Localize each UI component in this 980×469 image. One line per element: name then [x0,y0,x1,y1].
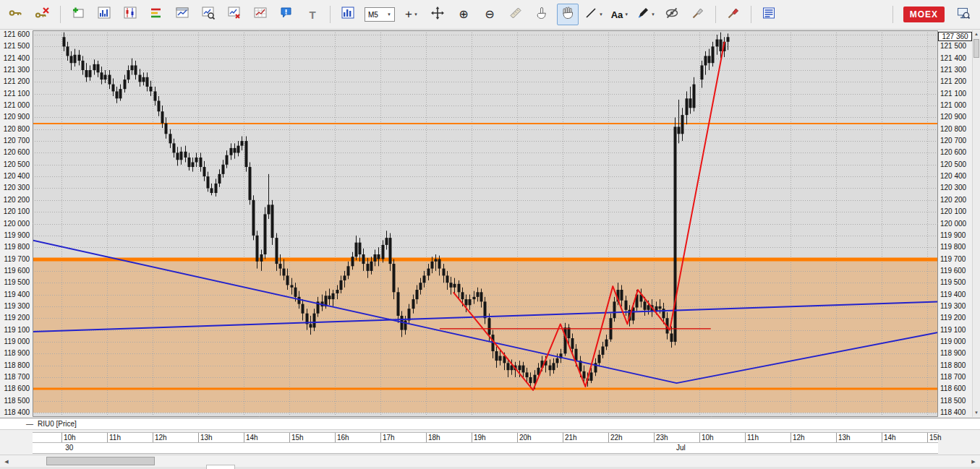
crosshair-button[interactable]: + ▼ [401,4,422,25]
zoom-out-button[interactable]: ⊖ [479,4,500,25]
zoom-in-icon: ⊕ [459,9,468,20]
colored-rows-icon [150,7,163,22]
ruler-button[interactable] [505,4,527,25]
indicator-icon [341,7,354,22]
zoom-in-button[interactable]: ⊕ [453,4,474,25]
time-tick-label: 14h [246,434,258,442]
price-tick-label: 120 400 [940,172,972,181]
disconnect-button[interactable] [32,4,54,25]
price-tick-label: 118 500 [940,397,972,405]
marker-button[interactable]: ▼ [635,4,657,25]
price-tick-label: 121 000 [0,101,30,110]
price-tick-label: 120 300 [0,184,30,192]
font-button[interactable]: Aa ▼ [609,4,631,25]
price-tick-label: 120 200 [0,196,30,205]
open-hand-icon [561,7,574,22]
time-axis[interactable]: 10h11h12h13h14h15h16h17h18h19h20h21h22h2… [33,432,938,443]
chart-window-button[interactable] [171,4,193,25]
time-tick-label: 13h [200,434,213,442]
scroll-left-icon[interactable]: ◀ [1,457,12,466]
price-tick-label: 119 600 [940,267,972,275]
moex-logo[interactable]: MOEX [903,7,945,22]
pan-button[interactable] [557,4,579,25]
time-tick-label: 12h [155,434,167,442]
price-tick-label: 119 100 [940,326,972,335]
vertical-scrollbar-thumb[interactable] [973,39,979,58]
alert-icon [280,7,293,22]
bar-chart-icon [98,7,111,22]
price-tick-label: 121 400 [940,54,972,63]
pointer-button[interactable] [531,4,553,25]
snapshot-button[interactable] [953,4,974,25]
time-tick-label: 22h [610,434,623,442]
toolbar-separator [715,6,716,23]
time-tick [608,433,609,442]
price-tick-label: 121 400 [0,54,30,63]
move-button[interactable] [427,4,448,25]
hide-drawings-button[interactable] [661,4,683,25]
last-price-box: 127 360 [938,32,972,41]
price-tick-label: 118 900 [0,349,30,358]
quotes-button[interactable] [145,4,167,25]
time-tick-label: 10h [64,434,76,442]
price-tick-label: 120 000 [940,220,972,228]
indicator-button[interactable] [337,4,359,25]
marker-pen-icon [636,7,649,22]
price-tick-label: 119 300 [0,302,30,311]
chevron-down-icon: ▼ [651,12,655,17]
horizontal-scrollbar[interactable]: ◀ ▶ [0,455,980,467]
price-chart-canvas[interactable] [33,30,938,417]
scroll-right-icon[interactable]: ▶ [968,457,979,466]
time-tick [517,433,518,442]
scroll-down-icon[interactable]: ▼ [973,409,980,417]
ruler-icon [509,7,522,22]
vertical-scrollbar[interactable]: ▲ ▼ [972,30,980,417]
time-tick [745,433,746,442]
eye-slash-icon [665,7,678,22]
brush-icon [691,7,704,22]
legend-line-icon: — [26,420,33,428]
scroll-up-icon[interactable]: ▲ [973,30,980,38]
time-tick-label: 16h [337,434,349,442]
price-tick-label: 119 100 [0,326,30,335]
price-tick-label: 119 700 [940,255,972,264]
time-tick-label: 11h [109,434,121,442]
erase-button[interactable] [687,4,709,25]
price-tick-label: 120 300 [940,184,972,192]
new-chart-button[interactable] [67,4,89,25]
price-tick-label: 120 800 [0,125,30,134]
layout-panel-icon [762,7,775,22]
key-x-icon [35,7,51,22]
new-chart-icon [72,7,85,22]
alert-button[interactable] [276,4,297,25]
time-tick [107,433,108,442]
candle-chart-button[interactable] [119,4,141,25]
chart-delete-button[interactable] [223,4,245,25]
sheet-tab[interactable] [206,465,235,469]
text-note-button[interactable]: T [302,4,323,25]
time-tick-label: 17h [383,434,395,442]
timeframe-select[interactable]: M5 ▼ [365,7,395,22]
chart-grid-icon [254,7,267,22]
price-tick-label: 119 500 [0,278,30,287]
line-tool-button[interactable]: ▼ [583,4,605,25]
price-tick-label: 118 800 [0,361,30,370]
clear-all-button[interactable] [723,4,744,25]
price-tick-label: 121 500 [940,42,972,51]
price-tick-label: 121 300 [0,66,30,74]
price-tick-label: 118 800 [940,361,972,370]
move-arrows-icon [431,7,444,22]
time-tick [335,433,336,442]
date-label: Jul [676,444,686,452]
chart-grid-button[interactable] [250,4,271,25]
time-tick-label: 23h [656,434,668,442]
time-tick [153,433,153,442]
layout-button[interactable] [758,4,780,25]
bar-chart-button[interactable] [93,4,115,25]
connect-button[interactable] [6,4,27,25]
chart-zoom-button[interactable] [197,4,219,25]
horizontal-scrollbar-thumb[interactable] [46,457,155,465]
key-icon [9,7,25,22]
red-brush-icon [727,7,740,22]
time-tick-label: 18h [428,434,440,442]
